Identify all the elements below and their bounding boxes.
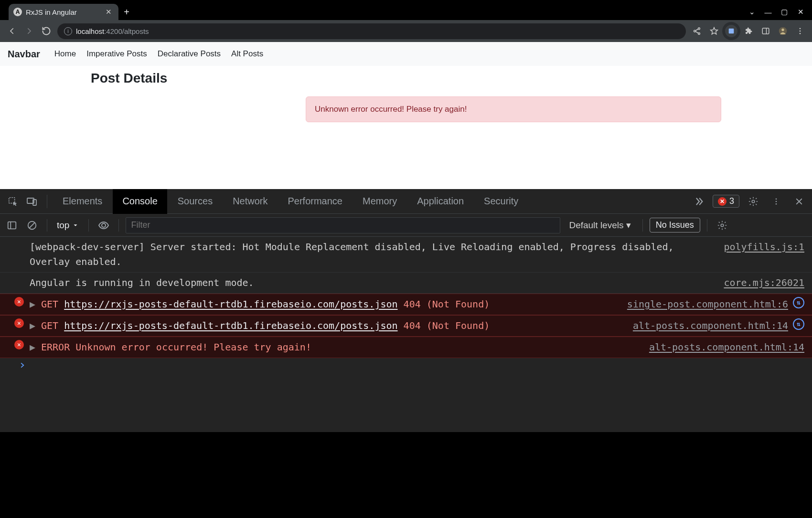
expand-arrow-icon[interactable]: ▶ [30,340,36,355]
console-source-link[interactable]: polyfills.js:1 [724,240,804,254]
console-source-link[interactable]: single-post.component.html:6 [627,297,788,312]
context-selector[interactable]: top [54,220,82,231]
toolbar-right-icons [691,25,806,37]
devtools-tab-sources[interactable]: Sources [168,189,222,214]
console-source-link[interactable]: alt-posts.component.html:14 [649,340,804,355]
devtools-tab-performance[interactable]: Performance [278,189,353,214]
http-method: GET [41,320,58,331]
expand-arrow-icon[interactable]: ▶ [30,297,36,312]
clear-console-icon[interactable] [24,217,40,233]
chevron-down-icon: ▾ [626,220,631,230]
error-alert: Unknown error occurred! Please try again… [306,96,721,122]
devtools-tab-console[interactable]: Console [113,189,167,214]
prompt-chevron-icon [19,362,26,369]
profile-avatar-icon[interactable] [777,25,789,37]
devtools-close-icon[interactable] [790,192,808,211]
devtools-tab-network[interactable]: Network [223,189,277,214]
expand-arrow-icon[interactable]: ▶ [30,318,36,333]
reload-icon[interactable] [40,25,53,37]
error-count-badge[interactable]: ✕ 3 [713,195,739,208]
extension-badge-icon[interactable] [725,25,737,37]
devtools-tab-security[interactable]: Security [474,189,528,214]
svg-point-16 [776,203,777,204]
console-source-link[interactable]: alt-posts.component.html:14 [633,318,788,333]
console-error-message: ✕ ▶ ERROR Unknown error occurred! Please… [0,337,812,358]
browser-toolbar: i localhost:4200/altposts [0,20,812,42]
window-maximize-icon[interactable]: ▢ [779,8,790,16]
error-icon: ✕ [14,297,24,307]
console-source-link[interactable]: core.mjs:26021 [724,275,804,290]
browser-tabstrip: A RxJS in Angular ✕ + ⌄ — ▢ ✕ [0,0,812,20]
bookmark-star-icon[interactable] [708,25,720,37]
svg-rect-17 [8,222,16,229]
svg-point-8 [800,31,801,32]
browser-tab[interactable]: A RxJS in Angular ✕ [9,4,118,20]
url-port: :4200 [104,27,122,35]
device-toggle-icon[interactable] [23,192,41,211]
tab-close-icon[interactable]: ✕ [104,8,114,16]
share-icon[interactable] [691,25,703,37]
http-method: GET [41,298,58,310]
error-icon: ✕ [14,318,24,328]
error-icon: ✕ [14,340,24,349]
console-filterbar: top Default levels ▾ No Issues [0,214,812,237]
url-bar[interactable]: i localhost:4200/altposts [57,23,686,39]
svg-point-19 [102,223,106,227]
live-expression-icon[interactable] [96,217,112,233]
extensions-icon[interactable] [742,25,755,37]
devtools-panel: Elements Console Sources Network Perform… [0,189,812,432]
http-status: 404 (Not Found) [404,320,490,331]
devtools-settings-icon[interactable] [744,192,762,211]
devtools-tab-application[interactable]: Application [407,189,473,214]
svg-point-20 [721,224,724,227]
error-count: 3 [729,196,734,206]
nav-link-imperative[interactable]: Imperative Posts [86,49,147,59]
issues-badge[interactable]: No Issues [650,218,700,233]
chevron-down-icon[interactable]: ⌄ [746,8,758,16]
network-panel-icon[interactable]: ⇅ [793,297,804,308]
svg-rect-4 [762,28,769,34]
nav-link-altposts[interactable]: Alt Posts [231,49,263,59]
error-dot-icon: ✕ [718,197,727,206]
svg-rect-12 [33,200,36,205]
console-settings-icon[interactable] [714,217,730,233]
svg-point-7 [800,28,801,29]
devtools-tabbar: Elements Console Sources Network Perform… [0,189,812,214]
request-url[interactable]: https://rxjs-posts-default-rtdb1.firebas… [64,298,397,310]
network-panel-icon[interactable]: ⇅ [793,318,804,330]
window-close-icon[interactable]: ✕ [795,8,806,16]
site-info-icon[interactable]: i [64,27,72,35]
svg-rect-3 [729,29,734,34]
devtools-tab-memory[interactable]: Memory [353,189,406,214]
devtools-kebab-icon[interactable] [767,192,785,211]
request-url[interactable]: https://rxjs-posts-default-rtdb1.firebas… [64,320,397,331]
nav-link-home[interactable]: Home [54,49,76,59]
console-error-message: ✕ ▶ GET https://rxjs-posts-default-rtdb1… [0,294,812,315]
context-label: top [57,220,69,231]
url-path: /altposts [122,27,149,35]
window-minimize-icon[interactable]: — [762,8,774,16]
log-levels-dropdown[interactable]: Default levels ▾ [564,220,635,231]
app-navbar: Navbar Home Imperative Posts Declarative… [0,42,812,66]
error-label: ERROR [41,341,70,353]
console-message: [webpack-dev-server] Server started: Hot… [0,237,812,273]
side-panel-icon[interactable] [759,25,772,37]
more-tabs-icon[interactable] [690,192,708,211]
chevron-down-icon [72,222,79,229]
kebab-menu-icon[interactable] [794,25,806,37]
console-prompt[interactable] [0,358,812,372]
new-tab-button[interactable]: + [118,4,135,20]
svg-point-9 [800,33,801,34]
devtools-tab-elements[interactable]: Elements [53,189,112,214]
console-filter-input[interactable] [126,217,560,233]
console-sidebar-toggle-icon[interactable] [4,217,20,233]
page-title: Post Details [91,71,812,86]
console-messages: [webpack-dev-server] Server started: Hot… [0,237,812,432]
console-text: Unknown error occurred! Please try again… [75,341,311,353]
console-message: Angular is running in development mode. … [0,273,812,294]
nav-link-declarative[interactable]: Declarative Posts [158,49,221,59]
nav-back-icon[interactable] [6,25,18,37]
inspect-element-icon[interactable] [4,192,22,211]
navbar-brand[interactable]: Navbar [8,49,40,60]
nav-forward-icon[interactable] [23,25,35,37]
